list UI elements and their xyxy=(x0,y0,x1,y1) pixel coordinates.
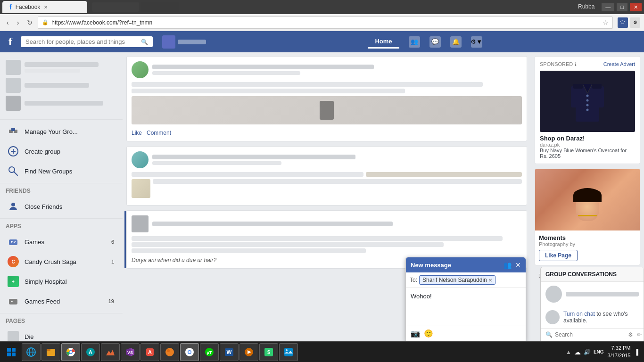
group-conv-settings-icon[interactable]: ⚙ xyxy=(628,331,633,338)
taskbar-app-media[interactable] xyxy=(239,343,258,361)
sidebar-item-manage-groups[interactable]: Manage Your Gro... xyxy=(0,122,123,141)
nav-settings-icon[interactable]: ⚙▼ xyxy=(471,36,482,48)
svg-point-37 xyxy=(70,351,72,353)
show-desktop-button[interactable]: ▐ xyxy=(634,349,638,355)
sidebar-blur-2 xyxy=(25,69,80,73)
tray-overflow[interactable]: ▲ xyxy=(566,349,571,355)
language-label[interactable]: ENG xyxy=(594,349,604,354)
svg-point-8 xyxy=(11,203,15,206)
svg-rect-25 xyxy=(7,348,11,352)
apps-section-title: APPS xyxy=(0,221,123,232)
svg-rect-15 xyxy=(11,301,13,302)
to-input[interactable] xyxy=(497,277,522,284)
taskbar-app-vs[interactable]: VS xyxy=(121,343,140,361)
group-conv-search-input[interactable] xyxy=(555,331,626,338)
sidebar-item-find-groups[interactable]: Find New Groups xyxy=(0,161,123,181)
browser-tab-facebook[interactable]: f Facebook ✕ xyxy=(2,1,87,13)
group-conv-blurred-item xyxy=(541,282,644,306)
browser-title-bar: f Facebook ✕ Rubba — □ ✕ xyxy=(0,0,644,14)
sidebar-item-create-group[interactable]: Create group xyxy=(0,141,123,161)
post-text-1 xyxy=(132,82,483,87)
address-bar[interactable]: 🔒 https://www.facebook.com/?ref=tn_tnmn … xyxy=(38,16,613,29)
new-message-close-button[interactable]: ✕ xyxy=(515,261,521,269)
message-photo-button[interactable]: 📷 xyxy=(411,329,420,338)
turn-on-chat-text[interactable]: Turn on chat to see who's available. xyxy=(563,311,639,324)
nav-notifications-icon[interactable]: 🔔 xyxy=(450,36,462,48)
search-input[interactable] xyxy=(25,38,138,45)
taskbar-app-arduino[interactable]: A xyxy=(81,343,100,361)
bookmark-icon[interactable]: ☆ xyxy=(603,19,609,26)
taskbar-app-chrome[interactable] xyxy=(61,343,80,361)
tray-onedrive-icon[interactable]: ☁ xyxy=(574,348,581,356)
post-actions-1: Like Comment xyxy=(132,127,522,136)
sidebar-item-games[interactable]: Games 6 xyxy=(0,232,123,252)
post-name-blur-3 xyxy=(152,222,393,226)
taskbar-apps: A VS A xyxy=(22,343,561,361)
create-advert-link[interactable]: Create Advert xyxy=(603,61,635,67)
tab-close-icon[interactable]: ✕ xyxy=(44,5,48,10)
taskbar-app-ball[interactable] xyxy=(160,343,179,361)
visual-studio-icon: VS xyxy=(125,347,135,357)
taskbar-app-photos[interactable] xyxy=(279,343,298,361)
like-link-1[interactable]: Like xyxy=(132,130,142,136)
svg-rect-27 xyxy=(7,353,11,356)
taskbar-app-unknown[interactable]: A xyxy=(140,343,159,361)
new-message-add-people-button[interactable]: 👥 xyxy=(504,261,512,269)
svg-point-13 xyxy=(14,242,15,243)
sidebar-item-close-friends[interactable]: Close Friends xyxy=(0,197,123,216)
like-page-button[interactable]: Like Page xyxy=(539,250,578,261)
new-message-body[interactable]: Wohoo! xyxy=(406,288,526,326)
taskbar-app-files[interactable] xyxy=(41,343,60,361)
sponsored-info-icon: ℹ xyxy=(575,62,577,67)
refresh-button[interactable]: ↻ xyxy=(24,17,35,28)
profile-avatar[interactable] xyxy=(162,35,175,49)
moments-image xyxy=(535,169,640,230)
tray-volume-icon[interactable]: 🔊 xyxy=(584,349,591,355)
group-conv-name-blur xyxy=(566,292,639,296)
shield-ext-icon[interactable]: 🛡 xyxy=(618,17,628,28)
close-button[interactable]: ✕ xyxy=(630,3,642,11)
svg-text:W: W xyxy=(226,349,232,355)
taskbar-app-word[interactable]: W xyxy=(220,343,239,361)
simply-hospital-label: Simply Hospital xyxy=(25,278,67,285)
svg-point-49 xyxy=(189,351,191,353)
arduino-icon: A xyxy=(85,347,96,357)
sidebar-item-games-feed[interactable]: Games Feed 19 xyxy=(0,291,123,311)
taskbar-clock[interactable]: 7:32 PM 3/17/2015 xyxy=(608,345,631,359)
taskbar-app-matlab[interactable] xyxy=(101,343,120,361)
nav-friends-icon[interactable]: 👥 xyxy=(409,36,420,48)
post-text-3-1 xyxy=(132,236,503,241)
moments-subtitle: Photography by xyxy=(539,241,636,247)
sidebar-item-simply-hospital[interactable]: + Simply Hospital xyxy=(0,272,123,291)
maximize-button[interactable]: □ xyxy=(617,3,627,11)
taskbar-app-store[interactable]: $ xyxy=(259,343,278,361)
feed-post-1: Like Comment xyxy=(126,56,527,141)
nav-messages-icon[interactable]: 💬 xyxy=(429,36,441,48)
nav-home[interactable]: Home xyxy=(368,35,399,49)
ad-title[interactable]: Shop on Daraz! xyxy=(540,135,635,142)
new-message-to-field[interactable]: To: Sharif Nelson Sarapuddin ✕ xyxy=(406,272,526,288)
taskbar-app-chrome-2[interactable] xyxy=(180,343,199,361)
comment-link-1[interactable]: Comment xyxy=(147,130,171,136)
search-box[interactable]: 🔍 xyxy=(21,36,153,47)
sidebar-item-candy-crush[interactable]: C Candy Crush Saga 1 xyxy=(0,252,123,272)
group-conversations-header: GROUP CONVERSATIONS xyxy=(541,267,644,282)
taskbar: A VS A xyxy=(0,341,644,362)
message-emoji-button[interactable]: 🙂 xyxy=(424,329,433,338)
matlab-icon xyxy=(105,347,116,357)
group-conv-edit-icon[interactable]: ✏ xyxy=(637,331,642,338)
close-friends-label: Close Friends xyxy=(25,203,62,210)
recipient-remove-icon[interactable]: ✕ xyxy=(488,278,492,283)
settings-ext-icon[interactable]: ⚙ xyxy=(630,17,640,28)
message-text: Wohoo! xyxy=(411,293,432,300)
chat-icon-placeholder xyxy=(545,310,560,324)
taskbar-app-ie[interactable] xyxy=(22,343,41,361)
group-conv-search-bar[interactable]: 🔍 ⚙ ✏ xyxy=(541,328,644,341)
forward-button[interactable]: › xyxy=(14,17,22,28)
clock-time: 7:32 PM xyxy=(608,345,631,352)
back-button[interactable]: ‹ xyxy=(4,17,12,28)
recipient-name: Sharif Nelson Sarapuddin xyxy=(422,277,487,283)
start-button[interactable] xyxy=(2,343,21,362)
minimize-button[interactable]: — xyxy=(602,3,614,11)
taskbar-app-torrent[interactable]: μT xyxy=(200,343,219,361)
